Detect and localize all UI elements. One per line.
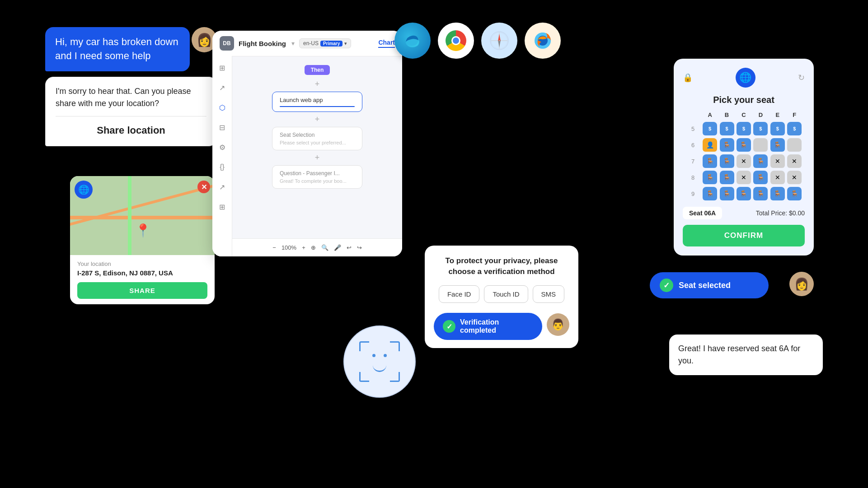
seat-selected-notification: ✓ Seat selected bbox=[650, 272, 769, 298]
seat-8d[interactable]: 🪑 bbox=[753, 171, 768, 184]
chart-tab[interactable]: Chart bbox=[378, 39, 395, 48]
seat-notification-avatar: 👩 bbox=[789, 272, 814, 296]
seat-5f[interactable]: $ bbox=[787, 122, 802, 135]
bot-message-text: I'm sorry to hear that. Can you please s… bbox=[56, 87, 191, 108]
seat-8b[interactable]: 🪑 bbox=[720, 171, 734, 184]
seat-5e[interactable]: $ bbox=[770, 122, 785, 135]
question-node[interactable]: Question - Passenger I... Great! To comp… bbox=[272, 165, 362, 189]
seat-row-9: 9 🪑 🪑 🪑 🪑 🪑 🪑 bbox=[683, 187, 805, 200]
verification-user-avatar: 👨 bbox=[547, 313, 569, 336]
map-share-button[interactable]: SHARE bbox=[77, 282, 207, 299]
map-pin: 📍 bbox=[135, 223, 151, 238]
seat-7a[interactable]: 🪑 bbox=[703, 154, 717, 168]
seat-6c[interactable]: 🪑 bbox=[737, 138, 751, 152]
seat-selection-node[interactable]: Seat Selection Please select your prefer… bbox=[272, 127, 362, 150]
seat-grid-header: A B C D E F bbox=[683, 112, 805, 118]
seat-6f bbox=[787, 138, 802, 152]
seat-5a[interactable]: $ bbox=[703, 122, 717, 135]
verification-completed-text: Verification completed bbox=[460, 318, 533, 335]
seat-7b[interactable]: 🪑 bbox=[720, 154, 734, 168]
sidebar-icon-multi[interactable]: ⊞ bbox=[216, 200, 229, 213]
flow-sidebar: ⊞ ↗ ⬡ ⊟ ⚙ {} ↗ ⊞ bbox=[212, 56, 232, 256]
edge-browser-icon[interactable] bbox=[394, 23, 431, 59]
flow-title: Flight Booking bbox=[239, 40, 286, 47]
voice-icon[interactable]: 🎤 bbox=[334, 244, 341, 251]
seat-9a[interactable]: 🪑 bbox=[703, 187, 717, 200]
seat-8e: ✕ bbox=[770, 171, 785, 184]
flow-footer: − 100% + ⊕ 🔍 🎤 ↩ ↪ bbox=[232, 238, 402, 256]
verification-methods: Face ID Touch ID SMS bbox=[434, 285, 569, 303]
sms-button[interactable]: SMS bbox=[533, 285, 565, 303]
seat-7d[interactable]: 🪑 bbox=[753, 154, 768, 168]
map-area: 📍 🌐 ✕ bbox=[70, 176, 215, 255]
left-eye bbox=[372, 354, 375, 357]
seat-9b[interactable]: 🪑 bbox=[720, 187, 734, 200]
sidebar-icon-layers[interactable]: ⊟ bbox=[216, 121, 229, 134]
flow-plus-3[interactable]: + bbox=[315, 153, 320, 163]
redo-icon[interactable]: ↪ bbox=[357, 244, 362, 251]
seat-5d[interactable]: $ bbox=[753, 122, 768, 135]
sidebar-icon-code[interactable]: {} bbox=[216, 161, 229, 173]
verification-widget: To protect your privacy, please choose a… bbox=[425, 246, 578, 348]
seat-6a[interactable]: 👤 bbox=[703, 138, 717, 152]
map-road-vertical bbox=[128, 176, 131, 255]
zoom-minus[interactable]: − bbox=[272, 244, 276, 251]
face-id-circle bbox=[343, 325, 416, 398]
seat-5b[interactable]: $ bbox=[720, 122, 734, 135]
total-price-label: Total Price: $0.00 bbox=[756, 209, 805, 217]
seat-row-5: 5 $ $ $ $ $ $ bbox=[683, 122, 805, 135]
seat-row-7: 7 🪑 🪑 ✕ 🪑 ✕ ✕ bbox=[683, 154, 805, 168]
seat-5c[interactable]: $ bbox=[737, 122, 751, 135]
map-globe-button[interactable]: 🌐 bbox=[75, 181, 93, 199]
seat-picker: 🔒 🌐 ↻ Pick your seat A B C D E F 5 $ $ $… bbox=[674, 59, 814, 256]
seat-9f[interactable]: 🪑 bbox=[787, 187, 802, 200]
sidebar-icon-grid[interactable]: ⊞ bbox=[216, 61, 229, 74]
chrome-browser-icon[interactable] bbox=[438, 23, 474, 59]
confirm-button[interactable]: CONFIRM bbox=[683, 225, 805, 246]
share-location-button[interactable]: Share location bbox=[56, 123, 206, 138]
flow-plus-1[interactable]: + bbox=[315, 79, 320, 89]
flow-db-badge: DB bbox=[220, 36, 234, 51]
seat-globe-icon: 🌐 bbox=[736, 68, 755, 88]
map-close-button[interactable]: ✕ bbox=[197, 181, 210, 193]
seat-9c[interactable]: 🪑 bbox=[737, 187, 751, 200]
seat-8a[interactable]: 🪑 bbox=[703, 171, 717, 184]
safari-browser-icon[interactable] bbox=[481, 23, 517, 59]
seat-7e: ✕ bbox=[770, 154, 785, 168]
face-id-eyes bbox=[372, 354, 387, 357]
user-message-text: Hi, my car has broken down and I need so… bbox=[55, 36, 178, 61]
zoom-plus[interactable]: + bbox=[302, 244, 305, 251]
face-id-button[interactable]: Face ID bbox=[439, 285, 480, 303]
seat-7c: ✕ bbox=[737, 154, 751, 168]
launch-web-app-node[interactable]: Launch web app bbox=[272, 92, 362, 112]
flow-builder: DB Flight Booking ▾ en-US Primary ▾ Char… bbox=[212, 31, 402, 256]
face-id-corner-tr bbox=[390, 341, 400, 351]
face-id-corner-bl bbox=[359, 372, 369, 382]
seat-row-8: 8 🪑 🪑 ✕ 🪑 ✕ ✕ bbox=[683, 171, 805, 184]
map-card: 📍 🌐 ✕ Your location I-287 S, Edison, NJ … bbox=[70, 176, 215, 304]
browser-icons-row bbox=[394, 23, 561, 59]
seat-info-bar: Seat 06A Total Price: $0.00 bbox=[683, 207, 805, 219]
sidebar-icon-flow[interactable]: ⬡ bbox=[216, 101, 229, 114]
then-badge: Then bbox=[305, 65, 330, 75]
sidebar-icon-export[interactable]: ↗ bbox=[216, 181, 229, 193]
seat-9d[interactable]: 🪑 bbox=[753, 187, 768, 200]
firefox-browser-icon[interactable] bbox=[525, 23, 561, 59]
chat-response-text: Great! I have reserved seat 6A for you. bbox=[678, 344, 800, 365]
flow-language-badge[interactable]: en-US Primary ▾ bbox=[299, 38, 351, 48]
refresh-icon[interactable]: ↻ bbox=[798, 73, 805, 83]
seat-row-6: 6 👤 🪑 🪑 🪑 bbox=[683, 138, 805, 152]
seat-9e[interactable]: 🪑 bbox=[770, 187, 785, 200]
seat-6e[interactable]: 🪑 bbox=[770, 138, 785, 152]
face-id-corner-br bbox=[390, 372, 400, 382]
sidebar-icon-search[interactable]: ⚙ bbox=[216, 141, 229, 153]
face-id-smile bbox=[373, 365, 386, 372]
touch-id-button[interactable]: Touch ID bbox=[484, 285, 528, 303]
center-icon[interactable]: ⊕ bbox=[311, 244, 316, 251]
sidebar-icon-pointer[interactable]: ↗ bbox=[216, 81, 229, 94]
seat-6b[interactable]: 🪑 bbox=[720, 138, 734, 152]
flow-plus-2[interactable]: + bbox=[315, 115, 320, 124]
search-flow-icon[interactable]: 🔍 bbox=[321, 244, 328, 251]
undo-icon[interactable]: ↩ bbox=[347, 244, 352, 251]
verification-checkmark: ✓ bbox=[443, 320, 455, 333]
